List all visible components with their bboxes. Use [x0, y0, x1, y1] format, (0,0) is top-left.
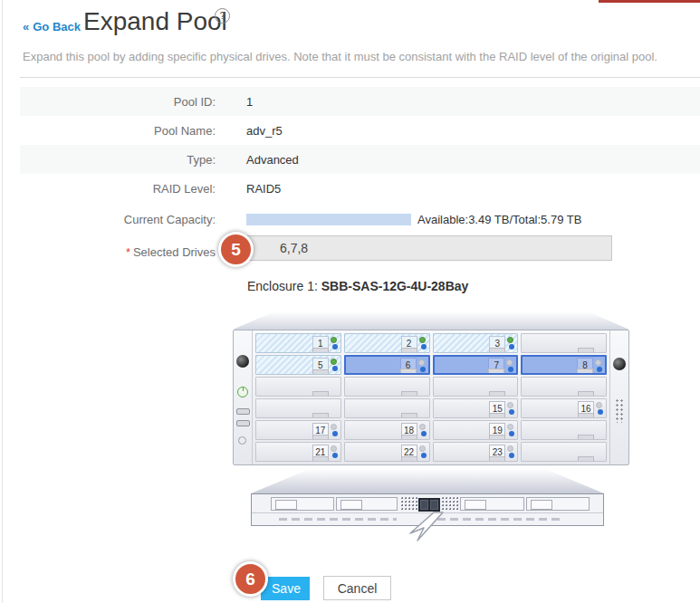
drive-status-gray-icon [331, 445, 337, 452]
tray-tab [577, 368, 593, 373]
drive-activity-blue-icon [332, 453, 338, 458]
drive-slot-19[interactable]: 19 [433, 420, 519, 440]
type-label: Type: [20, 153, 216, 167]
capacity-bar [246, 214, 411, 225]
tray-tab [401, 435, 417, 439]
drive-slot-empty [255, 377, 341, 397]
tray-tab [489, 348, 505, 352]
enclosure-top-face [233, 311, 629, 330]
tray-tab [312, 413, 329, 417]
pool-id-label: Pool ID: [20, 95, 216, 109]
type-value: Advanced [246, 153, 299, 167]
drive-slot-15[interactable]: 15 [433, 398, 519, 418]
capacity-text: Available:3.49 TB/Total:5.79 TB [417, 213, 581, 226]
raid-level-label: RAID Level: [20, 182, 216, 196]
controller-ports [279, 514, 397, 524]
drive-grid: 12356781516171819212223 [253, 330, 609, 464]
drive-status-gray-icon [418, 359, 425, 366]
tray-tab [578, 413, 594, 417]
tray-tab [489, 391, 505, 396]
drive-slot-16[interactable]: 16 [521, 398, 607, 418]
drive-slot-17[interactable]: 17 [255, 420, 341, 440]
power-icon [237, 387, 248, 397]
usb-port-icon [236, 420, 250, 426]
form-row-capacity: Current Capacity: Available:3.49 TB/Tota… [20, 203, 700, 235]
drive-activity-blue-icon [509, 431, 514, 436]
selected-drives-input[interactable] [246, 235, 612, 261]
tray-tab [312, 435, 329, 439]
tray-tab [312, 348, 329, 352]
go-back-label: Go Back [33, 20, 81, 34]
drive-slot-2[interactable]: 2 [344, 333, 430, 353]
form-row-type: Type: Advanced [20, 145, 700, 174]
rear-top-face [251, 470, 604, 493]
drive-slot-7[interactable]: 7 [433, 355, 519, 375]
step-badge-5: 5 [218, 232, 254, 267]
tray-tab [489, 413, 505, 417]
enclosure-front-view: 12356781516171819212223 [233, 311, 629, 465]
drive-status-green-icon [419, 337, 426, 343]
drive-slot-3[interactable]: 3 [433, 333, 519, 353]
drive-status-gray-icon [507, 445, 513, 452]
drive-activity-blue-icon [508, 367, 513, 372]
drive-slot-6[interactable]: 6 [344, 355, 430, 375]
tray-tab [578, 348, 594, 352]
tray-tab [401, 348, 417, 352]
drive-slot-18[interactable]: 18 [344, 420, 430, 440]
vent-grid-icon [401, 497, 417, 512]
raid-level-value: RAID5 [246, 182, 281, 196]
page-description: Expand this pool by adding specific phys… [23, 50, 657, 63]
required-asterisk: * [126, 245, 130, 259]
drive-status-gray-icon [419, 424, 426, 430]
tray-tab [312, 369, 329, 374]
psu-module [526, 497, 590, 511]
enclosure-body: 12356781516171819212223 [233, 330, 629, 465]
drive-slot-1[interactable]: 1 [255, 333, 341, 353]
drive-activity-blue-icon [598, 409, 603, 415]
go-back-link[interactable]: «Go Back [23, 20, 81, 34]
drive-activity-blue-icon [597, 367, 602, 372]
pool-id-value: 1 [246, 95, 253, 109]
back-chevron-icon: « [23, 20, 29, 34]
drive-activity-blue-icon [509, 344, 514, 349]
enclosure-left-ear [234, 330, 253, 464]
tray-tab [578, 456, 594, 461]
drive-activity-blue-icon [421, 453, 427, 458]
cancel-button[interactable]: Cancel [323, 576, 391, 600]
drive-slot-23[interactable]: 23 [433, 442, 519, 462]
drive-status-gray-icon [331, 424, 337, 430]
tray-tab [488, 368, 504, 373]
form-row-pool-name: Pool Name: adv_r5 [20, 116, 700, 145]
form-row-raid-level: RAID Level: RAID5 [20, 174, 700, 203]
drive-slot-5[interactable]: 5 [255, 355, 341, 375]
drive-status-gray-icon [507, 402, 513, 408]
header-divider [20, 77, 700, 78]
page-title: Expand Pool [83, 7, 227, 36]
controller-ports [437, 514, 560, 524]
vent-grid-icon [442, 497, 458, 512]
tray-tab [578, 391, 594, 396]
tray-tab [489, 435, 505, 439]
enclosure-rear-view [251, 470, 604, 551]
drive-slot-empty [521, 420, 607, 440]
left-edge-divider [2, 0, 3, 603]
tray-tab [401, 456, 417, 461]
pool-name-value: adv_r5 [246, 124, 283, 138]
red-highlight-bar [599, 0, 700, 3]
drive-slot-22[interactable]: 22 [344, 442, 430, 462]
help-icon[interactable]: ? [215, 8, 230, 24]
drive-status-green-icon [331, 359, 337, 365]
callout-arrow [407, 512, 446, 551]
save-button[interactable]: Save [261, 577, 310, 600]
psu-module [336, 497, 398, 511]
drive-slot-8[interactable]: 8 [521, 355, 607, 375]
drive-status-gray-icon [596, 402, 602, 408]
drive-slot-21[interactable]: 21 [255, 442, 341, 462]
psu-module [460, 497, 524, 511]
drive-slot-empty [521, 333, 607, 353]
drive-slot-empty [344, 398, 430, 418]
io-connector-icon [418, 498, 440, 512]
pool-name-label: Pool Name: [20, 124, 216, 138]
drive-activity-blue-icon [332, 344, 338, 349]
psu-module [271, 497, 334, 511]
